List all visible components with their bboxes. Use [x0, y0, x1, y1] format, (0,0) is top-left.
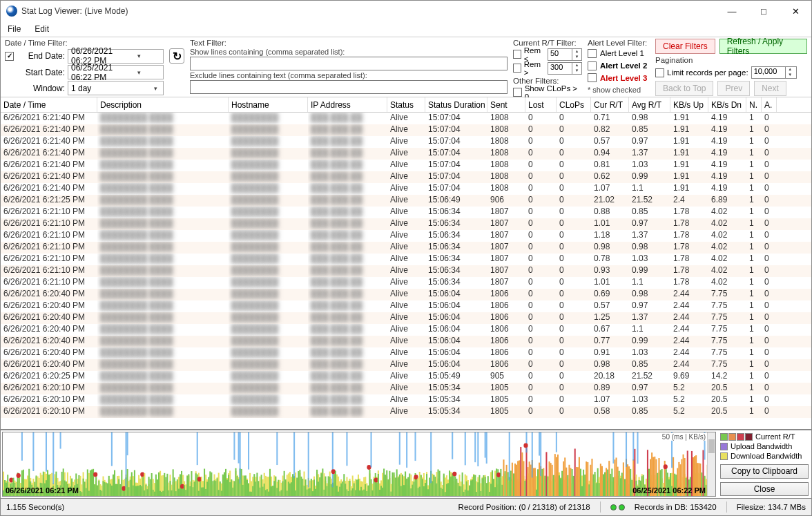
alert3-checkbox[interactable] — [588, 73, 597, 82]
table-row[interactable]: 6/26/2021 6:21:10 PM████████ ███████████… — [1, 277, 811, 289]
table-row[interactable]: 6/26/2021 6:20:10 PM████████ ███████████… — [1, 406, 811, 418]
rem-lt-spin[interactable]: 50 ▲▼ — [548, 48, 582, 61]
table-row[interactable]: 6/26/2021 6:21:10 PM████████ ███████████… — [1, 265, 811, 277]
table-row[interactable]: 6/26/2021 6:21:10 PM████████ ███████████… — [1, 218, 811, 230]
col-host[interactable]: Hostname — [229, 97, 308, 112]
svg-rect-445 — [304, 486, 305, 496]
svg-rect-180 — [124, 491, 125, 496]
table-row[interactable]: 6/26/2021 6:21:10 PM████████ ███████████… — [1, 242, 811, 254]
svg-rect-515 — [351, 490, 352, 496]
cell: 15:05:34 — [425, 394, 487, 406]
table-row[interactable]: 6/26/2021 6:21:40 PM████████ ███████████… — [1, 183, 811, 195]
cell: 0 — [762, 195, 777, 207]
col-ip[interactable]: IP Address — [308, 97, 387, 112]
table-row[interactable]: 6/26/2021 6:20:40 PM████████ ███████████… — [1, 324, 811, 336]
menu-edit[interactable]: Edit — [35, 24, 49, 34]
cell: 1.03 — [629, 254, 670, 265]
col-a[interactable]: A. — [762, 97, 777, 112]
clear-filters-button[interactable]: Clear Filters — [655, 39, 715, 54]
table-row[interactable]: 6/26/2021 6:20:10 PM████████ ███████████… — [1, 394, 811, 406]
cell: ████████ — [229, 148, 308, 160]
show-lines-input[interactable] — [190, 57, 508, 70]
end-date-checkbox[interactable] — [5, 52, 14, 61]
table-body[interactable]: 6/26/2021 6:21:40 PM████████ ███████████… — [1, 113, 811, 429]
table-row[interactable]: 6/26/2021 6:20:40 PM████████ ███████████… — [1, 300, 811, 312]
table-row[interactable]: 6/26/2021 6:21:40 PM████████ ███████████… — [1, 160, 811, 171]
col-avg[interactable]: Avg R/T — [629, 97, 670, 112]
cell: 0 — [557, 218, 591, 230]
spin-down-icon[interactable]: ▼ — [572, 55, 581, 60]
svg-rect-751 — [508, 472, 509, 496]
col-date[interactable]: Date / Time — [1, 97, 97, 112]
legend-swatch-yellow — [720, 452, 728, 460]
window-combo[interactable]: 1 day ▾ — [68, 81, 164, 95]
table-row[interactable]: 6/26/2021 6:21:40 PM████████ ███████████… — [1, 136, 811, 148]
limit-records-checkbox[interactable] — [655, 68, 664, 77]
table-row[interactable]: 6/26/2021 6:20:25 PM████████ ███████████… — [1, 371, 811, 383]
table-row[interactable]: 6/26/2021 6:21:10 PM████████ ███████████… — [1, 230, 811, 242]
rem-lt-checkbox[interactable] — [513, 50, 521, 59]
col-status[interactable]: Status — [387, 97, 425, 112]
end-date-dropdown-icon[interactable]: ▾ — [117, 52, 162, 59]
cell: Alive — [387, 242, 425, 254]
svg-rect-519 — [354, 484, 355, 496]
col-lost[interactable]: Lost — [525, 97, 557, 112]
table-row[interactable]: 6/26/2021 6:20:40 PM████████ ███████████… — [1, 336, 811, 347]
table-row[interactable]: 6/26/2021 6:21:40 PM████████ ███████████… — [1, 171, 811, 183]
refresh-icon[interactable]: ↻ — [169, 48, 184, 64]
end-date-input[interactable]: 06/26/2021 06:22 PM ▾ — [68, 49, 164, 64]
close-panel-button[interactable]: Close — [720, 482, 809, 497]
col-cur[interactable]: Cur R/T — [591, 97, 629, 112]
col-clops[interactable]: CLoPs — [557, 97, 591, 112]
limit-records-spin[interactable]: 10,000 ▲▼ — [751, 66, 797, 79]
alert1-checkbox[interactable] — [588, 49, 597, 58]
app-icon — [6, 6, 17, 17]
col-dur[interactable]: Status Duration — [425, 97, 487, 112]
refresh-apply-button[interactable]: Refresh / Apply Filters — [719, 39, 807, 54]
col-up[interactable]: KB/s Up — [670, 97, 708, 112]
table-row[interactable]: 6/26/2021 6:20:10 PM████████ ███████████… — [1, 383, 811, 394]
chart-scrollbar[interactable] — [707, 432, 715, 496]
minimize-button[interactable]: — — [716, 1, 748, 21]
svg-rect-480 — [328, 476, 329, 496]
col-n[interactable]: N. — [746, 97, 762, 112]
col-desc[interactable]: Description — [97, 97, 229, 112]
table-row[interactable]: 6/26/2021 6:21:10 PM████████ ███████████… — [1, 254, 811, 265]
start-date-input[interactable]: 06/25/2021 06:22 PM ▾ — [68, 65, 164, 79]
spin-up-icon[interactable]: ▲ — [786, 67, 795, 73]
table-row[interactable]: 6/26/2021 6:21:25 PM████████ ███████████… — [1, 195, 811, 207]
exclude-lines-input[interactable] — [190, 80, 508, 94]
copy-clipboard-button[interactable]: Copy to Clipboard — [720, 464, 809, 479]
menu-file[interactable]: File — [8, 24, 21, 34]
start-date-dropdown-icon[interactable]: ▾ — [117, 69, 162, 76]
show-clops-checkbox[interactable] — [513, 88, 522, 97]
col-sent[interactable]: Sent — [487, 97, 525, 112]
svg-rect-271 — [185, 490, 186, 496]
spin-down-icon[interactable]: ▼ — [572, 68, 581, 74]
col-dn[interactable]: KB/s Dn — [708, 97, 746, 112]
close-button[interactable]: ✕ — [780, 1, 811, 21]
alert2-checkbox[interactable] — [588, 61, 597, 70]
svg-rect-622 — [422, 479, 423, 496]
table-row[interactable]: 6/26/2021 6:21:40 PM████████ ███████████… — [1, 148, 811, 160]
rem-gt-checkbox[interactable] — [513, 64, 521, 73]
next-button[interactable]: Next — [754, 81, 786, 96]
rem-gt-spin[interactable]: 300 ▲▼ — [548, 62, 582, 75]
chart-area[interactable]: 50 (ms | KB/s) 06/26/2021 06:21 PM 06/25… — [2, 432, 716, 497]
back-to-top-button[interactable]: Back to Top — [655, 81, 713, 96]
table-row[interactable]: 6/26/2021 6:21:40 PM████████ ███████████… — [1, 113, 811, 124]
prev-button[interactable]: Prev — [717, 81, 750, 96]
table-row[interactable]: 6/26/2021 6:20:40 PM████████ ███████████… — [1, 359, 811, 371]
table-row[interactable]: 6/26/2021 6:21:40 PM████████ ███████████… — [1, 124, 811, 136]
svg-rect-553 — [376, 482, 378, 496]
table-row[interactable]: 6/26/2021 6:20:40 PM████████ ███████████… — [1, 347, 811, 359]
svg-rect-791 — [533, 468, 534, 496]
table-row[interactable]: 6/26/2021 6:20:40 PM████████ ███████████… — [1, 289, 811, 300]
maximize-button[interactable]: □ — [748, 1, 780, 21]
spin-up-icon[interactable]: ▲ — [572, 49, 581, 55]
spin-down-icon[interactable]: ▼ — [786, 73, 795, 78]
table-row[interactable]: 6/26/2021 6:20:40 PM████████ ███████████… — [1, 312, 811, 324]
table-row[interactable]: 6/26/2021 6:21:10 PM████████ ███████████… — [1, 207, 811, 218]
spin-up-icon[interactable]: ▲ — [572, 63, 581, 68]
svg-rect-541 — [369, 470, 370, 496]
